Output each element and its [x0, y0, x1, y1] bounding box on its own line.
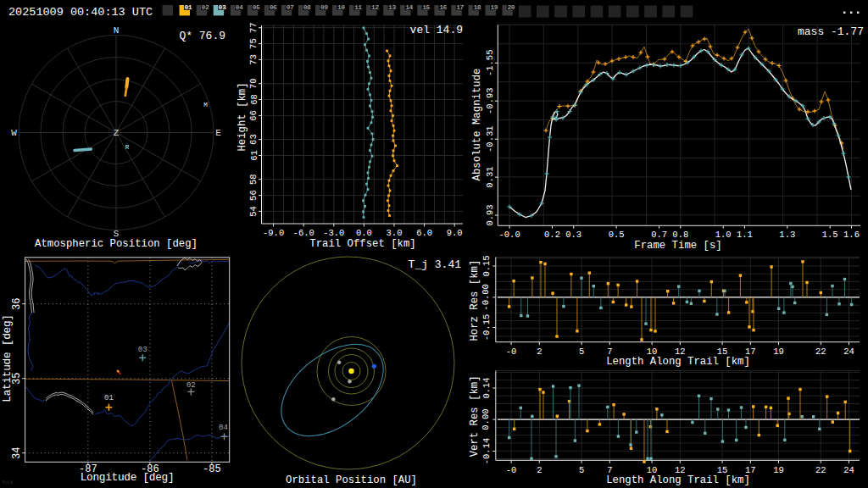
svg-text:0.2: 0.2 [544, 230, 560, 240]
svg-text:16: 16 [439, 3, 447, 11]
svg-text:5: 5 [579, 347, 584, 357]
svg-text:06: 06 [270, 3, 277, 11]
svg-text:Orbital Position [AU]: Orbital Position [AU] [286, 474, 417, 486]
svg-text:24: 24 [843, 347, 854, 357]
svg-text:18: 18 [473, 3, 481, 11]
svg-text:Latitude [deg]: Latitude [deg] [1, 314, 14, 402]
svg-text:W: W [11, 128, 17, 138]
svg-text:15: 15 [422, 3, 430, 11]
svg-text:-0: -0 [506, 465, 517, 475]
svg-text:04: 04 [236, 3, 243, 11]
svg-text:22: 22 [815, 465, 826, 475]
svg-text:Horz Res [km]: Horz Res [km] [470, 260, 481, 341]
svg-text:12: 12 [371, 3, 379, 11]
svg-text:56: 56 [249, 190, 259, 201]
svg-text:mass -1.77: mass -1.77 [798, 25, 864, 38]
svg-text:73: 73 [249, 54, 259, 65]
svg-text:63: 63 [249, 134, 259, 145]
svg-text:Z: Z [114, 128, 120, 138]
svg-text:04: 04 [219, 424, 228, 432]
svg-text:9.0: 9.0 [447, 228, 463, 238]
svg-text:1.5: 1.5 [822, 230, 838, 240]
svg-text:54: 54 [249, 206, 259, 217]
svg-text:Frame Time [s]: Frame Time [s] [634, 240, 721, 252]
svg-text:75: 75 [249, 38, 259, 49]
svg-text:-0.00: -0.00 [481, 284, 492, 311]
svg-text:1.0: 1.0 [715, 230, 732, 240]
svg-text:-85: -85 [203, 463, 221, 475]
svg-text:M: M [203, 102, 208, 108]
svg-text:0.93: 0.93 [485, 204, 495, 225]
svg-text:11: 11 [354, 3, 362, 11]
svg-text:20251009 00:40:13 UTC: 20251009 00:40:13 UTC [8, 6, 153, 19]
svg-text:5: 5 [579, 465, 584, 475]
svg-text:14: 14 [405, 3, 413, 11]
svg-text:2: 2 [537, 465, 542, 475]
svg-text:0.00: 0.00 [481, 408, 492, 430]
svg-text:Longitude [deg]: Longitude [deg] [81, 471, 175, 484]
svg-text:vel 14.9: vel 14.9 [410, 24, 463, 36]
svg-text:Vert Res [km]: Vert Res [km] [470, 375, 481, 457]
svg-text:02: 02 [202, 3, 209, 11]
svg-text:70: 70 [249, 78, 259, 89]
svg-text:-0.31: -0.31 [485, 125, 495, 152]
svg-text:1.1: 1.1 [737, 230, 753, 240]
svg-text:6.0: 6.0 [416, 228, 432, 238]
svg-text:13: 13 [388, 3, 396, 11]
svg-text:01: 01 [104, 394, 114, 402]
svg-text:19: 19 [773, 465, 784, 475]
svg-text:Height [km]: Height [km] [236, 82, 248, 151]
svg-text:0.3: 0.3 [565, 230, 581, 240]
svg-text:1.3: 1.3 [779, 230, 795, 240]
svg-text:19: 19 [773, 347, 784, 357]
svg-text:Trail Offset [km]: Trail Offset [km] [309, 238, 415, 250]
svg-text:-1.55: -1.55 [485, 50, 495, 77]
svg-text:10: 10 [337, 3, 345, 11]
svg-text:03: 03 [138, 346, 147, 354]
svg-text:19: 19 [490, 3, 498, 11]
svg-text:N: N [114, 25, 120, 36]
svg-text:24: 24 [843, 465, 854, 475]
svg-text:0.5: 0.5 [609, 230, 625, 240]
svg-text:02: 02 [186, 381, 196, 390]
svg-text:1.6: 1.6 [843, 230, 860, 240]
svg-text:77: 77 [249, 22, 259, 33]
svg-text:0.0: 0.0 [356, 228, 372, 238]
svg-text:-0: -0 [506, 347, 517, 357]
svg-text:07: 07 [287, 3, 294, 11]
svg-text:09: 09 [320, 3, 328, 11]
svg-text:-9.0: -9.0 [263, 228, 284, 238]
svg-text:20: 20 [507, 3, 515, 11]
svg-text:E: E [215, 128, 221, 138]
svg-text:68: 68 [249, 94, 259, 105]
svg-text:-0.93: -0.93 [485, 87, 495, 114]
svg-text:03: 03 [219, 3, 226, 11]
svg-text:Length Along Trail [km]: Length Along Trail [km] [606, 356, 750, 368]
svg-text:0.7: 0.7 [651, 230, 667, 240]
svg-text:08: 08 [303, 3, 311, 11]
svg-text:Absolute Magnitude: Absolute Magnitude [471, 69, 483, 181]
svg-text:66: 66 [249, 110, 259, 121]
svg-text:2: 2 [537, 347, 542, 357]
svg-text:0.8: 0.8 [672, 230, 688, 240]
svg-text:R: R [125, 144, 130, 151]
svg-text:34: 34 [12, 446, 24, 458]
svg-text:-0.14: -0.14 [481, 438, 492, 465]
svg-text:05: 05 [253, 3, 260, 11]
svg-text:01: 01 [184, 3, 192, 11]
svg-text:Length Along Trail [km]: Length Along Trail [km] [606, 474, 750, 486]
svg-text:36: 36 [12, 297, 24, 309]
svg-text:58: 58 [249, 174, 259, 185]
svg-text:Q* 76.9: Q* 76.9 [179, 30, 225, 42]
svg-text:T_j 3.41: T_j 3.41 [409, 258, 462, 271]
svg-text:0.14: 0.14 [481, 377, 492, 398]
svg-text:0.15: 0.15 [481, 255, 492, 276]
svg-text:-3.0: -3.0 [323, 228, 344, 238]
svg-text:PyLW: PyLW [3, 480, 13, 485]
svg-text:-6.0: -6.0 [293, 228, 314, 238]
svg-text:3.0: 3.0 [387, 228, 403, 238]
svg-text:-0.15: -0.15 [481, 314, 492, 341]
svg-text:61: 61 [249, 150, 259, 161]
svg-text:17: 17 [456, 3, 464, 11]
svg-text:22: 22 [815, 347, 826, 357]
